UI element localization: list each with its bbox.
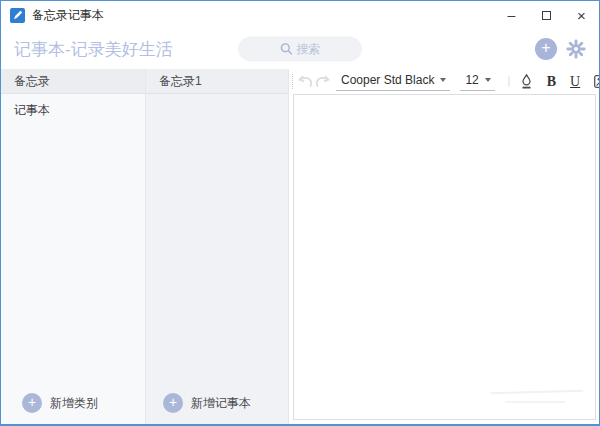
search-input[interactable]: 搜索 [238,37,362,62]
notes-header: 备忘录1 [146,69,288,94]
pencil-icon [13,10,23,20]
maximize-icon [542,11,551,20]
main-area: 备忘录 记事本 + 新增类别 备忘录1 + 新增记事本 [1,69,599,424]
close-button[interactable]: × [564,1,599,29]
app-window: 备忘录记事本 – × 记事本-记录美好生活 搜索 + [0,0,600,426]
font-family-value: Cooper Std Black [341,73,434,87]
categories-column: 备忘录 记事本 + 新增类别 [1,69,146,424]
app-header: 记事本-记录美好生活 搜索 + [1,29,599,69]
app-logo-icon [10,8,25,23]
ink-drop-icon [520,74,533,89]
search-placeholder: 搜索 [297,41,321,58]
insert-image-button[interactable] [594,75,600,88]
titlebar: 备忘录记事本 – × [1,1,599,29]
editor-pane: Cooper Std Black 12 B U [289,69,599,424]
add-category-label: 新增类别 [50,395,98,412]
undo-icon [297,74,314,89]
font-size-select[interactable]: 12 [460,72,494,91]
font-color-button[interactable] [520,74,533,89]
add-category-button[interactable]: + 新增类别 [1,393,145,424]
chevron-down-icon [485,78,491,82]
color-swatch[interactable] [508,76,510,87]
window-controls: – × [494,1,599,29]
font-size-value: 12 [465,73,478,87]
font-family-select[interactable]: Cooper Std Black [336,72,450,91]
note-editor-area[interactable] [293,94,596,420]
category-list-item[interactable]: 记事本 [1,94,145,127]
faint-watermark [491,391,583,403]
app-slogan: 记事本-记录美好生活 [14,38,173,61]
toolbar-handle [292,74,293,89]
plus-icon: + [22,393,42,413]
underline-button[interactable]: U [570,74,580,90]
categories-header: 备忘录 [1,69,145,94]
window-title: 备忘录记事本 [32,7,104,24]
settings-gear-icon[interactable] [566,39,586,59]
minimize-button[interactable]: – [494,1,529,29]
search-icon [280,43,293,56]
undo-button[interactable] [297,74,314,89]
redo-button[interactable] [314,74,331,89]
maximize-button[interactable] [529,1,564,29]
redo-icon [314,74,331,89]
plus-icon: + [163,393,183,413]
add-note-label: 新增记事本 [191,395,251,412]
image-icon [594,75,600,88]
header-actions: + [535,38,586,60]
bold-button[interactable]: B [547,74,556,90]
add-note-button[interactable]: + 新增记事本 [146,393,288,424]
notes-column: 备忘录1 + 新增记事本 [146,69,289,424]
chevron-down-icon [440,78,446,82]
editor-toolbar: Cooper Std Black 12 B U [289,69,599,94]
add-button[interactable]: + [535,38,557,60]
